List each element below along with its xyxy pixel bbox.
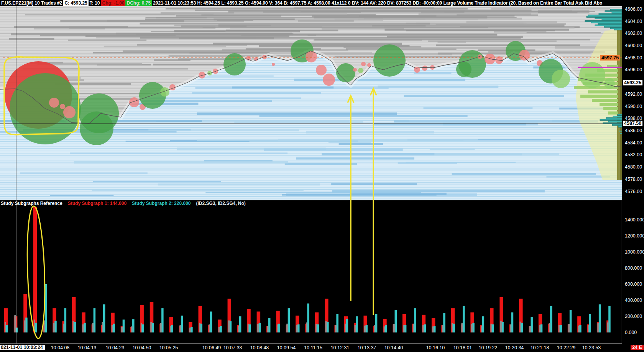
askvol-bar	[142, 324, 144, 332]
subgraph-axis-label: 400.000	[625, 298, 642, 303]
vol-gray-bar	[170, 326, 171, 332]
vol-gray-bar	[471, 324, 473, 332]
vol-gray-bar	[179, 325, 181, 332]
vol-gray-bar	[500, 321, 502, 332]
askvol-bar	[103, 305, 105, 333]
subgraph-axis-label: 600.000	[625, 282, 642, 287]
askvol-bar	[560, 325, 562, 332]
subgraph-axis-label: 800.000	[625, 265, 642, 271]
price-axis-label: 4600.00	[625, 43, 642, 48]
price-axis-label: 4584.00	[625, 140, 642, 146]
subgraph-axis-label: 0.000	[625, 330, 637, 335]
vol-gray-bar	[442, 325, 444, 332]
vol-gray-bar	[24, 321, 26, 333]
askvol-bar	[64, 308, 67, 332]
vol-gray-bar	[335, 325, 337, 332]
volume-trade-bubble	[458, 50, 486, 78]
askvol-bar	[463, 306, 465, 332]
vol-gray-bar	[384, 326, 385, 332]
vol-gray-bar	[578, 326, 580, 332]
price-axis-label: 4588.00	[625, 116, 642, 121]
askvol-bar	[550, 306, 552, 332]
askvol-bar	[181, 316, 183, 332]
crosshair-time-box: 021-11-01 10:03:24	[0, 345, 45, 350]
askvol-bar	[492, 324, 494, 332]
volume-trade-bubble	[336, 63, 355, 82]
chart-canvas[interactable]	[0, 0, 644, 352]
vol-gray-bar	[277, 324, 278, 332]
volume-trade-bubble	[160, 87, 169, 97]
vol-gray-bar	[63, 324, 64, 332]
vol-gray-bar	[82, 324, 84, 332]
vol-gray-bar	[286, 324, 288, 332]
volume-trade-bubble	[129, 97, 139, 107]
time-axis-label: 10:11:15	[304, 345, 322, 350]
time-axis-label: 10:14:40	[384, 345, 403, 350]
askvol-bar	[589, 314, 591, 332]
askvol-bar	[531, 317, 533, 332]
askvol-bar	[249, 324, 251, 332]
askvol-bar	[472, 323, 475, 332]
vol-gray-bar	[597, 323, 599, 332]
askvol-bar	[453, 324, 455, 332]
vol-gray-bar	[520, 322, 521, 332]
askvol-bar	[25, 318, 28, 332]
time-axis-label: 10:04:23	[106, 345, 125, 350]
vol-gray-bar	[121, 327, 123, 332]
vol-gray-bar	[219, 327, 220, 332]
askvol-bar	[365, 325, 368, 332]
time-axis-label: 10:05:25	[159, 345, 178, 350]
title-field: 2021-11-01 10:23:53 H: 4594.25 L: 4593.2…	[152, 0, 603, 6]
volume-trade-bubble	[49, 98, 59, 108]
askvol-bar	[259, 323, 261, 332]
price-axis-label: 4602.00	[625, 31, 642, 36]
price-axis-label: 4586.00	[625, 128, 642, 133]
price-axis-label: 4606.00	[625, 7, 642, 12]
vol-gray-bar	[112, 325, 113, 332]
volume-trade-bubble	[323, 74, 335, 86]
subgraphs-reference-label: Study Subgraphs Reference	[1, 201, 62, 206]
vol-gray-bar	[452, 323, 453, 332]
crosshair-price-box: 4587.50	[623, 121, 642, 126]
vol-gray-bar	[325, 321, 327, 332]
event-count-box: 24 E	[631, 345, 644, 350]
askvol-bar	[414, 308, 416, 332]
time-axis-label: 10:13:37	[358, 345, 376, 350]
title-field: F.US.EPZ21[M] 10 Trades #2	[0, 0, 63, 6]
volume-trade-bubble	[60, 104, 65, 109]
vol-gray-bar	[345, 324, 346, 332]
time-axis[interactable]: 021-11-01 10:03:24 10:04:0810:04:1310:04…	[0, 344, 644, 352]
askvol-bar	[511, 313, 514, 333]
time-axis-label: 10:19:22	[479, 345, 498, 350]
vol-gray-bar	[92, 323, 94, 332]
vol-gray-bar	[131, 326, 133, 332]
study-subgraph1-value: Study Subgraph 1: 144.000	[68, 201, 127, 206]
vol-gray-bar	[14, 315, 16, 332]
askvol-bar	[200, 324, 203, 332]
price-axis-label: 4580.00	[625, 164, 642, 170]
time-axis-label: 10:04:13	[78, 345, 97, 350]
vol-gray-bar	[568, 324, 570, 332]
askvol-bar	[404, 325, 407, 332]
study-subgraphs-header: Study Subgraphs ReferenceStudy Subgraph …	[1, 200, 251, 206]
vol-gray-bar	[607, 323, 609, 332]
volume-trade-bubble	[63, 106, 76, 118]
vol-gray-bar	[588, 325, 589, 332]
price-axis-label: 4576.00	[625, 189, 642, 194]
price-axis[interactable]: 4606.004604.004602.004600.004598.004596.…	[622, 0, 644, 352]
price-axis-label: 4582.00	[625, 152, 642, 157]
price-axis-label: 4596.00	[625, 67, 642, 72]
volume-trade-bubble	[519, 50, 530, 61]
price-axis-label: 4604.00	[625, 19, 642, 24]
vol-gray-bar	[315, 324, 317, 332]
vol-gray-bar	[296, 325, 298, 332]
askvol-bar	[220, 326, 222, 332]
askvol-bar	[132, 319, 135, 332]
vol-gray-bar	[150, 322, 152, 332]
subgraph-axis-label: 200.000	[625, 314, 642, 319]
askvol-bar	[35, 323, 38, 332]
askvol-bar	[579, 325, 582, 332]
askvol-bar	[608, 306, 611, 332]
bidvol-bar	[33, 207, 37, 332]
subgraph-axis-label: 1400.000	[625, 217, 644, 223]
